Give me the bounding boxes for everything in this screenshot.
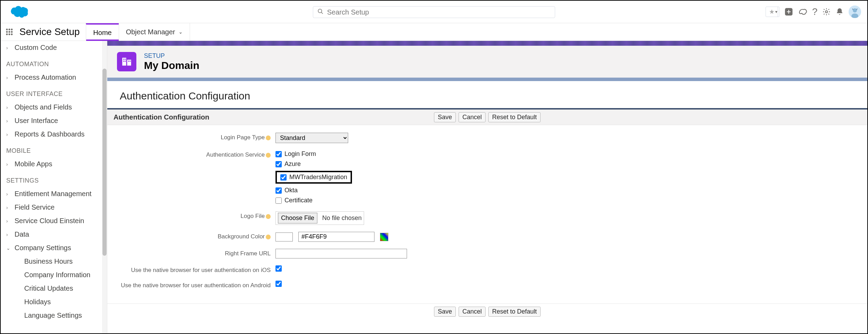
sidebar-item-language-settings[interactable]: Language Settings — [1, 309, 107, 322]
chevron-right-icon: › — [6, 218, 11, 224]
notifications-bell-icon[interactable] — [835, 8, 844, 16]
sidebar-item-label: Objects and Fields — [15, 103, 72, 111]
reset-button[interactable]: Reset to Default — [488, 112, 541, 122]
chevron-right-icon: › — [6, 191, 11, 197]
global-header: ★ ▾ ? — [1, 1, 867, 23]
main-content: SETUP My Domain Authentication Configura… — [107, 41, 867, 334]
sidebar-item-label: Language Settings — [24, 311, 82, 319]
search-input[interactable] — [327, 8, 551, 16]
auth-service-label: Okta — [284, 187, 298, 194]
auth-service-checkbox[interactable] — [275, 197, 282, 204]
cancel-button-bottom[interactable]: Cancel — [459, 307, 486, 317]
sidebar-item-holidays[interactable]: Holidays — [1, 295, 107, 309]
salesforce-help-icon[interactable] — [798, 7, 807, 16]
save-button-bottom[interactable]: Save — [434, 307, 456, 317]
sidebar-item-label: Holidays — [24, 298, 51, 306]
choose-file-button[interactable]: Choose File — [278, 213, 317, 223]
chevron-right-icon: › — [6, 232, 11, 237]
native-ios-label: Use the native browser for user authenti… — [120, 265, 275, 274]
svg-point-9 — [11, 29, 13, 30]
sidebar-item-critical-updates[interactable]: Critical Updates — [1, 282, 107, 295]
sidebar-item-custom-code[interactable]: ›Custom Code — [1, 41, 107, 54]
add-icon[interactable] — [784, 7, 793, 16]
svg-point-8 — [9, 29, 10, 30]
chevron-right-icon: › — [6, 132, 11, 137]
sidebar-item-process-automation[interactable]: ›Process Automation — [1, 71, 107, 84]
panel-title: Authentication Configuration — [114, 113, 209, 121]
auth-service-option[interactable]: Azure — [275, 160, 352, 168]
sidebar-item-label: Data — [15, 230, 29, 238]
app-launcher-icon[interactable] — [1, 23, 18, 41]
svg-point-14 — [9, 34, 10, 35]
sidebar-item-reports-dashboards[interactable]: ›Reports & Dashboards — [1, 128, 107, 141]
svg-point-5 — [853, 8, 857, 12]
svg-point-3 — [825, 11, 828, 13]
sidebar-item-user-interface[interactable]: ›User Interface — [1, 114, 107, 128]
help-icon[interactable] — [266, 235, 271, 239]
sidebar-heading: SETTINGS — [1, 171, 107, 187]
native-ios-checkbox[interactable] — [275, 265, 282, 272]
tab-object-manager[interactable]: Object Manager ⌄ — [119, 23, 190, 41]
auth-service-option[interactable]: Okta — [275, 186, 352, 194]
auth-service-option[interactable]: Certificate — [275, 196, 352, 204]
login-page-type-label: Login Page Type — [120, 133, 275, 141]
auth-service-option[interactable]: Login Form — [275, 150, 352, 158]
sidebar-item-entitlement[interactable]: ›Entitlement Management — [1, 187, 107, 201]
auth-service-checkbox[interactable] — [275, 161, 282, 167]
sidebar-item-company-settings[interactable]: ⌄Company Settings — [1, 241, 107, 255]
sidebar-item-company-information[interactable]: Company Information — [1, 268, 107, 282]
chevron-right-icon: › — [6, 118, 11, 124]
help-icon[interactable] — [266, 135, 271, 140]
auth-service-label: Certificate — [284, 197, 313, 204]
sidebar-item-field-service[interactable]: ›Field Service — [1, 201, 107, 214]
setup-gear-icon[interactable] — [822, 8, 831, 16]
chevron-right-icon: › — [6, 161, 11, 167]
chevron-right-icon: › — [6, 75, 11, 80]
sidebar-item-label: Field Service — [15, 203, 55, 211]
chevron-right-icon: › — [6, 45, 11, 51]
sidebar-item-label: Service Cloud Einstein — [15, 217, 84, 225]
sidebar-item-objects-fields[interactable]: ›Objects and Fields — [1, 100, 107, 114]
auth-service-checkbox[interactable] — [275, 151, 282, 157]
sidebar-item-label: Custom Code — [15, 44, 57, 52]
chevron-right-icon: › — [6, 205, 11, 210]
svg-point-0 — [318, 9, 322, 13]
native-android-checkbox[interactable] — [275, 281, 282, 287]
login-page-type-select[interactable]: Standard — [275, 133, 348, 143]
user-avatar[interactable] — [849, 6, 861, 18]
sidebar-item-business-hours[interactable]: Business Hours — [1, 255, 107, 268]
sidebar-item-mobile-apps[interactable]: ›Mobile Apps — [1, 157, 107, 171]
setup-sidebar: ›Custom Code AUTOMATION ›Process Automat… — [1, 41, 107, 334]
save-button[interactable]: Save — [434, 112, 456, 122]
svg-line-1 — [321, 12, 323, 14]
cancel-button[interactable]: Cancel — [459, 112, 486, 122]
auth-service-option[interactable]: MWTradersMigration — [275, 171, 352, 184]
svg-rect-20 — [123, 61, 124, 62]
help-icon[interactable] — [266, 214, 271, 219]
bg-color-input[interactable] — [298, 232, 374, 242]
logo-file-label: Logo File — [120, 211, 275, 220]
favorites-dropdown[interactable]: ▾ — [773, 7, 779, 17]
svg-point-11 — [9, 31, 10, 33]
sidebar-item-service-cloud-einstein[interactable]: ›Service Cloud Einstein — [1, 214, 107, 228]
help-icon[interactable]: ? — [812, 6, 817, 17]
auth-services-group: Login FormAzureMWTradersMigrationOktaCer… — [275, 150, 352, 204]
native-android-label: Use the native browser for user authenti… — [120, 281, 275, 289]
section-title: Authentication Configuration — [107, 81, 867, 108]
header-utility-icons: ★ ▾ ? — [766, 6, 861, 18]
my-domain-icon — [117, 52, 136, 71]
tab-home[interactable]: Home — [86, 23, 118, 41]
auth-service-checkbox[interactable] — [280, 174, 287, 181]
sidebar-item-data[interactable]: ›Data — [1, 228, 107, 241]
color-picker-icon[interactable] — [380, 233, 388, 241]
auth-service-checkbox[interactable] — [275, 187, 282, 194]
right-frame-url-input[interactable] — [275, 249, 407, 258]
reset-button-bottom[interactable]: Reset to Default — [488, 307, 541, 317]
svg-point-15 — [11, 34, 13, 35]
right-frame-url-label: Right Frame URL — [120, 249, 275, 257]
sidebar-item-label: Company Settings — [15, 244, 71, 252]
sidebar-item-label: Mobile Apps — [15, 160, 52, 168]
svg-rect-18 — [123, 59, 124, 60]
sidebar-scrollbar[interactable] — [102, 41, 107, 334]
help-icon[interactable] — [266, 153, 271, 158]
